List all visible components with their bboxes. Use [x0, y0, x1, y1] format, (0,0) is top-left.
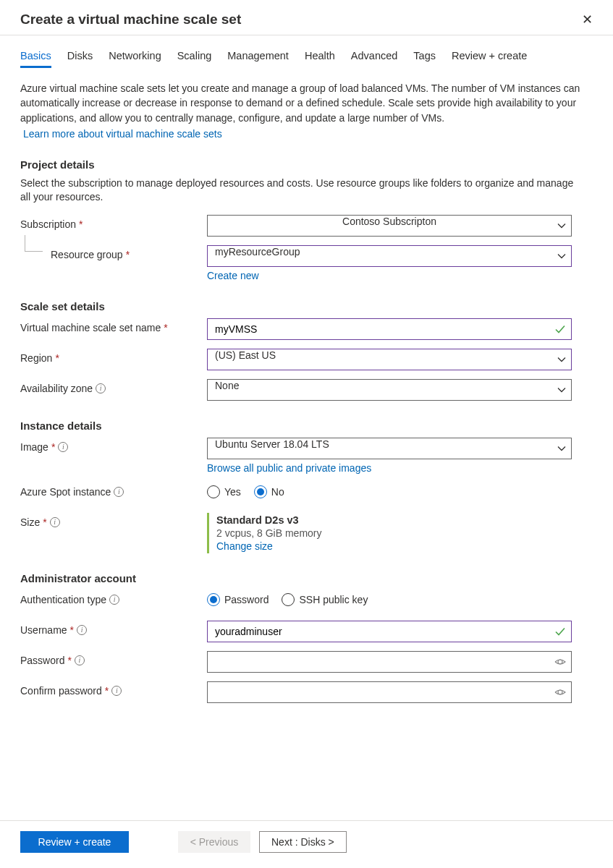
section-admin-title: Administrator account [20, 572, 593, 584]
eye-icon[interactable] [554, 656, 566, 668]
info-icon[interactable]: i [114, 487, 124, 497]
required-icon: * [105, 685, 109, 697]
spot-yes-radio[interactable]: Yes [207, 485, 241, 498]
tab-health[interactable]: Health [305, 50, 335, 68]
tab-disks[interactable]: Disks [67, 50, 93, 68]
info-icon[interactable]: i [77, 625, 87, 635]
section-project-title: Project details [20, 158, 593, 171]
info-icon[interactable]: i [58, 442, 68, 452]
intro-text: Azure virtual machine scale sets let you… [20, 81, 585, 125]
resource-group-label: Resource group * [20, 245, 207, 260]
auth-radio-group: Password SSH public key [207, 590, 572, 606]
required-icon: * [126, 249, 130, 260]
size-label: Size * i [20, 513, 207, 528]
section-project-desc: Select the subscription to manage deploy… [20, 176, 585, 205]
check-icon [554, 626, 566, 637]
auth-type-label: Authentication type i [20, 590, 207, 605]
section-instance-title: Instance details [20, 420, 593, 432]
availability-zone-label: Availability zone i [20, 379, 207, 394]
size-name: Standard D2s v3 [216, 514, 572, 526]
required-icon: * [164, 322, 167, 333]
username-input[interactable] [207, 621, 572, 642]
footer: Review + create < Previous Next : Disks … [0, 820, 613, 863]
tab-tags[interactable]: Tags [413, 50, 436, 68]
availability-zone-select[interactable]: None [207, 379, 572, 401]
subscription-select[interactable]: Contoso Subscripton [207, 215, 572, 237]
close-icon[interactable]: ✕ [576, 9, 599, 30]
required-icon: * [51, 441, 55, 453]
size-spec: 2 vcpus, 8 GiB memory [216, 527, 572, 539]
change-size-link[interactable]: Change size [216, 540, 273, 552]
required-icon: * [79, 218, 83, 230]
required-icon: * [43, 516, 46, 528]
spot-no-radio[interactable]: No [254, 485, 284, 498]
radio-icon [207, 485, 220, 498]
radio-icon [207, 593, 220, 606]
auth-ssh-radio[interactable]: SSH public key [282, 593, 368, 606]
page-title: Create a virtual machine scale set [20, 12, 241, 27]
spot-radio-group: Yes No [207, 482, 572, 498]
required-icon: * [55, 352, 59, 364]
radio-icon [254, 485, 267, 498]
tab-management[interactable]: Management [227, 50, 289, 68]
vmss-name-label: Virtual machine scale set name * [20, 318, 207, 333]
image-select[interactable]: Ubuntu Server 18.04 LTS [207, 438, 572, 459]
vmss-name-input[interactable] [207, 318, 572, 340]
info-icon[interactable]: i [109, 595, 119, 605]
required-icon: * [70, 624, 74, 636]
section-scaleset-title: Scale set details [20, 300, 593, 312]
password-input[interactable] [207, 651, 572, 673]
region-select[interactable]: (US) East US [207, 349, 572, 370]
next-button[interactable]: Next : Disks > [259, 831, 347, 853]
required-icon: * [67, 655, 71, 666]
info-icon[interactable]: i [50, 517, 60, 527]
content: Basics Disks Networking Scaling Manageme… [0, 35, 613, 719]
region-label: Region * [20, 349, 207, 364]
tab-review[interactable]: Review + create [452, 50, 527, 68]
learn-more-link[interactable]: Learn more about virtual machine scale s… [23, 128, 222, 140]
tab-networking[interactable]: Networking [109, 50, 161, 68]
username-label: Username * i [20, 621, 207, 636]
info-icon[interactable]: i [96, 383, 106, 393]
create-new-link[interactable]: Create new [207, 270, 259, 281]
tab-bar: Basics Disks Networking Scaling Manageme… [20, 50, 593, 68]
auth-password-radio[interactable]: Password [207, 593, 269, 606]
info-icon[interactable]: i [111, 686, 122, 696]
tab-basics[interactable]: Basics [20, 50, 51, 68]
size-display: Standard D2s v3 2 vcpus, 8 GiB memory Ch… [207, 513, 572, 553]
radio-icon [282, 593, 295, 606]
eye-icon[interactable] [554, 686, 566, 698]
subscription-label: Subscription * [20, 215, 207, 230]
password-label: Password * i [20, 651, 207, 666]
check-icon [554, 323, 566, 335]
tab-scaling[interactable]: Scaling [177, 50, 212, 68]
panel-header: Create a virtual machine scale set ✕ [0, 0, 613, 35]
spot-instance-label: Azure Spot instance i [20, 482, 207, 498]
tab-advanced[interactable]: Advanced [351, 50, 398, 68]
resource-group-select[interactable]: myResourceGroup [207, 245, 572, 267]
confirm-password-label: Confirm password * i [20, 681, 207, 697]
review-create-button[interactable]: Review + create [20, 831, 129, 853]
image-label: Image * i [20, 438, 207, 453]
confirm-password-input[interactable] [207, 681, 572, 703]
browse-images-link[interactable]: Browse all public and private images [207, 462, 371, 474]
info-icon[interactable]: i [75, 655, 85, 665]
previous-button: < Previous [178, 831, 250, 853]
